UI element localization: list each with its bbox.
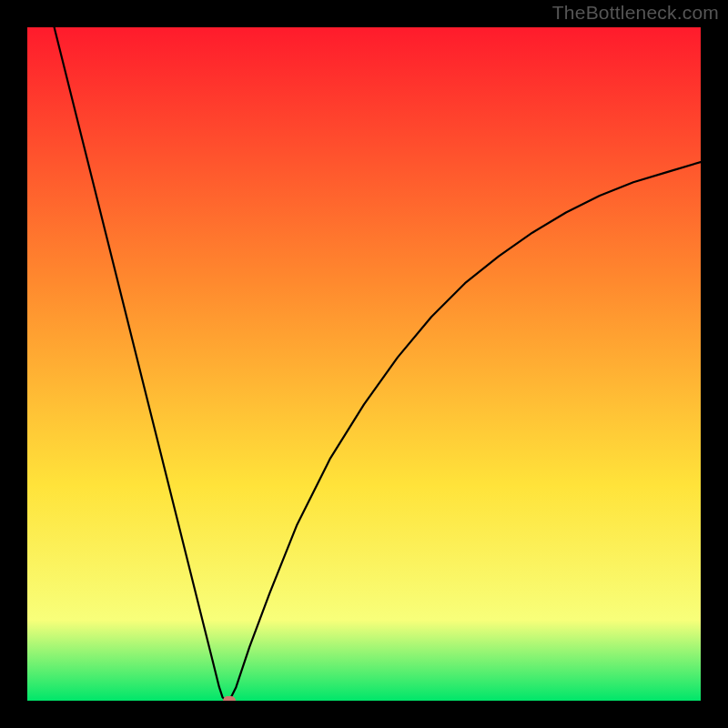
watermark-text: TheBottleneck.com	[552, 2, 719, 24]
chart-svg	[27, 27, 701, 701]
plot-area	[27, 27, 701, 701]
optimal-point-marker	[223, 696, 236, 701]
gradient-background	[27, 27, 701, 701]
chart-frame: TheBottleneck.com	[0, 0, 728, 728]
